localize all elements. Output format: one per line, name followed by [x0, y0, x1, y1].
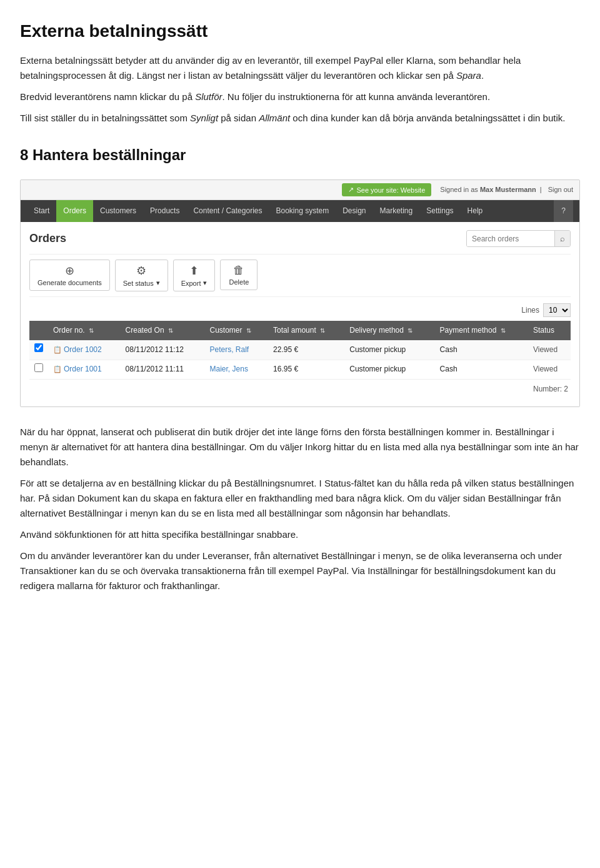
body-paragraph-3: Använd sökfunktionen för att hitta speci…	[20, 527, 580, 542]
toolbar: ⊕ Generate documents ⚙ Set status ▾ ⬆ Ex…	[29, 254, 571, 297]
row-delivery: Customer pickup	[344, 360, 434, 379]
nav-item-customers[interactable]: Customers	[93, 200, 143, 222]
row-created-on: 08/11/2012 11:12	[121, 340, 205, 360]
table-row: 📋Order 1002 08/11/2012 11:12 Peters, Ral…	[29, 340, 571, 360]
row-payment: Cash	[435, 360, 528, 379]
col-checkbox	[29, 321, 48, 340]
sort-icon-payment: ⇅	[501, 327, 506, 334]
col-status[interactable]: Status	[528, 321, 571, 340]
row-checkbox-cell	[29, 360, 48, 379]
row-status: Viewed	[528, 360, 571, 379]
nav-help-icon[interactable]: ?	[554, 200, 573, 222]
order-icon: 📋	[53, 365, 62, 373]
col-created-on[interactable]: Created On ⇅	[121, 321, 205, 340]
row-checkbox[interactable]	[34, 343, 43, 352]
chevron-down-icon-2: ▾	[203, 279, 207, 287]
section-title: 8 Hantera beställningar	[20, 143, 580, 167]
nav-item-design[interactable]: Design	[336, 200, 372, 222]
row-checkbox-cell	[29, 340, 48, 360]
content-area: Orders ⌕ ⊕ Generate documents ⚙ Set stat…	[21, 222, 579, 406]
customer-link[interactable]: Peters, Ralf	[210, 345, 249, 354]
export-button[interactable]: ⬆ Export ▾	[173, 260, 216, 291]
sort-icon-created: ⇅	[168, 327, 173, 334]
page-title: Externa betalningssätt	[20, 18, 580, 46]
body-paragraph-1: När du har öppnat, lanserat och publiser…	[20, 425, 580, 470]
nav-item-products[interactable]: Products	[143, 200, 186, 222]
lines-row: Lines 10 25 50	[29, 303, 571, 317]
status-badge: Viewed	[533, 345, 558, 354]
sort-icon-order: ⇅	[89, 327, 94, 334]
intro-paragraph-2: Bredvid leverantörens namn klickar du på…	[20, 89, 580, 104]
order-link[interactable]: Order 1002	[64, 345, 102, 354]
sort-icon-customer: ⇅	[246, 327, 251, 334]
order-icon: 📋	[53, 346, 62, 353]
sign-out-link[interactable]: Sign out	[548, 184, 573, 196]
row-checkbox[interactable]	[34, 363, 43, 372]
lines-label: Lines	[521, 305, 539, 316]
col-delivery[interactable]: Delivery method ⇅	[344, 321, 434, 340]
export-icon: ⬆	[189, 264, 199, 278]
row-delivery: Customer pickup	[344, 340, 434, 360]
col-customer[interactable]: Customer ⇅	[205, 321, 269, 340]
row-total: 16.95 €	[268, 360, 344, 379]
row-customer: Peters, Ralf	[205, 340, 269, 360]
col-order-no[interactable]: Order no. ⇅	[48, 321, 121, 340]
set-status-button[interactable]: ⚙ Set status ▾	[115, 260, 168, 291]
customer-link[interactable]: Maier, Jens	[210, 365, 248, 373]
row-order-no: 📋Order 1001	[48, 360, 121, 379]
orders-table: Order no. ⇅ Created On ⇅ Customer ⇅ Tota…	[29, 321, 571, 380]
delete-icon: 🗑	[233, 264, 244, 277]
row-customer: Maier, Jens	[205, 360, 269, 379]
top-bar: ↗ See your site: Website Signed in as Ma…	[21, 180, 579, 200]
col-payment[interactable]: Payment method ⇅	[435, 321, 528, 340]
set-status-icon: ⚙	[136, 264, 146, 278]
nav-item-content[interactable]: Content / Categories	[186, 200, 269, 222]
row-payment: Cash	[435, 340, 528, 360]
see-site-button[interactable]: ↗ See your site: Website	[342, 183, 431, 196]
nav-item-orders[interactable]: Orders	[56, 200, 93, 222]
sub-header: Orders ⌕	[29, 230, 571, 248]
search-button[interactable]: ⌕	[554, 231, 570, 246]
intro-paragraph-3: Till sist ställer du in betalningssättet…	[20, 111, 580, 126]
order-link[interactable]: Order 1001	[64, 365, 102, 373]
nav-item-help[interactable]: Help	[461, 200, 490, 222]
status-badge: Viewed	[533, 365, 558, 373]
sort-icon-delivery: ⇅	[408, 327, 412, 334]
screenshot-container: ↗ See your site: Website Signed in as Ma…	[20, 179, 580, 407]
intro-paragraph-1: Externa betalningssätt betyder att du an…	[20, 53, 580, 83]
sort-icon-total: ⇅	[320, 327, 325, 334]
search-box: ⌕	[466, 230, 571, 247]
row-total: 22.95 €	[268, 340, 344, 360]
body-paragraph-2: För att se detaljerna av en beställning …	[20, 476, 580, 521]
orders-heading: Orders	[29, 230, 66, 248]
delete-button[interactable]: 🗑 Delete	[220, 260, 258, 290]
generate-docs-icon: ⊕	[65, 264, 74, 278]
row-status: Viewed	[528, 340, 571, 360]
nav-item-booking[interactable]: Booking system	[269, 200, 336, 222]
divider: |	[540, 184, 542, 196]
nav-bar: Start Orders Customers Products Content …	[21, 200, 579, 222]
row-order-no: 📋Order 1002	[48, 340, 121, 360]
nav-item-start[interactable]: Start	[27, 200, 56, 222]
generate-documents-button[interactable]: ⊕ Generate documents	[29, 260, 110, 291]
body-paragraph-4: Om du använder leverantörer kan du under…	[20, 548, 580, 593]
lines-select[interactable]: 10 25 50	[543, 303, 571, 317]
col-total[interactable]: Total amount ⇅	[268, 321, 344, 340]
nav-item-marketing[interactable]: Marketing	[373, 200, 420, 222]
nav-item-settings[interactable]: Settings	[419, 200, 460, 222]
signed-in-text: Signed in as Max Mustermann	[440, 184, 536, 196]
external-link-icon: ↗	[348, 186, 354, 194]
table-footer: Number: 2	[29, 380, 571, 399]
row-created-on: 08/11/2012 11:11	[121, 360, 205, 379]
search-input[interactable]	[467, 231, 554, 246]
table-row: 📋Order 1001 08/11/2012 11:11 Maier, Jens…	[29, 360, 571, 379]
chevron-down-icon: ▾	[156, 279, 160, 287]
